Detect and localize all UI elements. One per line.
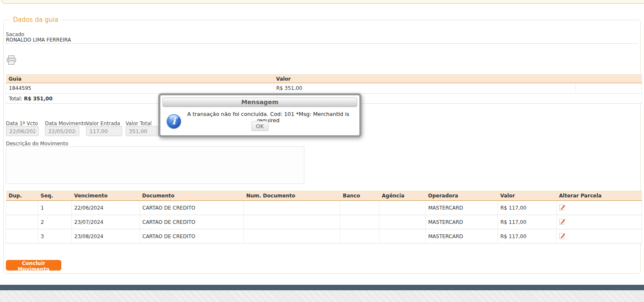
num-documento-cell: [244, 201, 340, 215]
footer-bar: [0, 285, 644, 290]
seq-cell: 3: [38, 229, 72, 244]
valor-cell: R$ 117,00: [498, 201, 557, 215]
banco-column-header: Banco: [340, 191, 380, 201]
banco-cell: [340, 229, 380, 244]
vencimento-cell: 23/08/2024: [72, 229, 140, 244]
page: Dados da guia Sacado RONALDO LIMA FERREI…: [0, 0, 644, 302]
descricao-label: Descrição do Movimento: [6, 141, 68, 147]
parcela-row: 3 23/08/2024 CARTAO DE CREDITO MASTERCAR…: [6, 229, 642, 244]
total-value: R$ 351,00: [24, 96, 52, 102]
guia-row: 1844595 R$ 351,00: [6, 83, 642, 94]
divider: [6, 43, 638, 44]
valor-total-label: Valor Total: [126, 121, 152, 126]
valor-entrada-label: Valor Entrada: [86, 121, 120, 126]
parcela-row: 2 23/07/2024 CARTAO DE CREDITO MASTERCAR…: [6, 215, 642, 229]
parcelas-header-row: Dup. Seq. Vencimento Documento Num. Docu…: [6, 191, 642, 201]
concluir-movimento-button[interactable]: Concluir Movimento: [6, 260, 61, 270]
printer-icon: [6, 60, 16, 66]
panel-legend: Dados da guia: [10, 16, 61, 24]
guia-extra-cell: [576, 83, 642, 94]
valor-entrada-input[interactable]: [86, 126, 122, 136]
valor-column-header: Valor: [498, 191, 557, 201]
dup-column-header: Dup.: [6, 191, 38, 201]
num-documento-cell: [244, 229, 340, 244]
sacado-label: Sacado: [6, 32, 24, 37]
agencia-column-header: Agência: [380, 191, 426, 201]
edit-parcela-button[interactable]: [559, 232, 566, 239]
top-header-bar: [1, 0, 644, 4]
documento-column-header: Documento: [140, 191, 244, 201]
mensagem-dialog: Mensagem i A transação não foi concluída…: [158, 93, 361, 137]
parcelas-table: Dup. Seq. Vencimento Documento Num. Docu…: [6, 191, 642, 244]
guia-number-cell: 1844595: [6, 83, 274, 94]
num-documento-column-header: Num. Documento: [244, 191, 340, 201]
operadora-cell: MASTERCARD: [426, 229, 498, 244]
edit-pencil-icon: [559, 206, 566, 212]
vencimento-column-header: Vencimento: [72, 191, 140, 201]
valor-total-input[interactable]: [126, 126, 162, 136]
documento-cell: CARTAO DE CREDITO: [140, 215, 244, 229]
sacado-name: RONALDO LIMA FERREIRA: [6, 37, 71, 43]
parcela-row: 1 22/06/2024 CARTAO DE CREDITO MASTERCAR…: [6, 201, 642, 215]
agencia-cell: [380, 229, 426, 244]
dup-cell: [6, 215, 38, 229]
vencimento-cell: 22/06/2024: [72, 201, 140, 215]
agencia-cell: [380, 215, 426, 229]
total-label: Total:: [9, 96, 22, 102]
descricao-textarea[interactable]: [6, 146, 304, 184]
operadora-cell: MASTERCARD: [426, 201, 498, 215]
guia-valor-cell: R$ 351,00: [274, 83, 576, 94]
valor-cell: R$ 117,00: [498, 215, 557, 229]
guia-column-header: Guia: [6, 75, 274, 83]
edit-parcela-button[interactable]: [559, 204, 566, 211]
operadora-column-header: Operadora: [426, 191, 498, 201]
data-movimento-label: Data Movimento: [45, 121, 86, 126]
alterar-parcela-cell: [557, 229, 642, 244]
ok-button[interactable]: OK: [251, 121, 269, 131]
empty-column-header: [576, 75, 642, 83]
data-1-vcto-input[interactable]: [6, 126, 39, 136]
footer-texture: [0, 290, 644, 302]
data-1-vcto-label: Data 1º Vcto: [6, 121, 38, 126]
documento-cell: CARTAO DE CREDITO: [140, 229, 244, 244]
dup-cell: [6, 229, 38, 244]
alterar-parcela-cell: [557, 201, 642, 215]
seq-cell: 1: [38, 201, 72, 215]
dup-cell: [6, 201, 38, 215]
edit-pencil-icon: [559, 220, 566, 226]
documento-cell: CARTAO DE CREDITO: [140, 201, 244, 215]
edit-parcela-button[interactable]: [559, 218, 566, 225]
alterar-parcela-column-header: Alterar Parcela: [557, 191, 642, 201]
alterar-parcela-cell: [557, 215, 642, 229]
print-button[interactable]: [6, 55, 17, 66]
vencimento-cell: 23/07/2024: [72, 215, 140, 229]
seq-column-header: Seq.: [38, 191, 72, 201]
agencia-cell: [380, 201, 426, 215]
banco-cell: [340, 201, 380, 215]
dialog-title: Mensagem: [162, 97, 357, 107]
edit-pencil-icon: [559, 234, 566, 241]
info-icon: i: [167, 114, 181, 129]
valor-column-header: Valor: [274, 75, 576, 83]
guia-table-header-row: Guia Valor: [6, 75, 642, 83]
seq-cell: 2: [38, 215, 72, 229]
valor-cell: R$ 117,00: [498, 229, 557, 244]
operadora-cell: MASTERCARD: [426, 215, 498, 229]
banco-cell: [340, 215, 380, 229]
data-movimento-input[interactable]: [45, 126, 79, 136]
num-documento-cell: [244, 215, 340, 229]
